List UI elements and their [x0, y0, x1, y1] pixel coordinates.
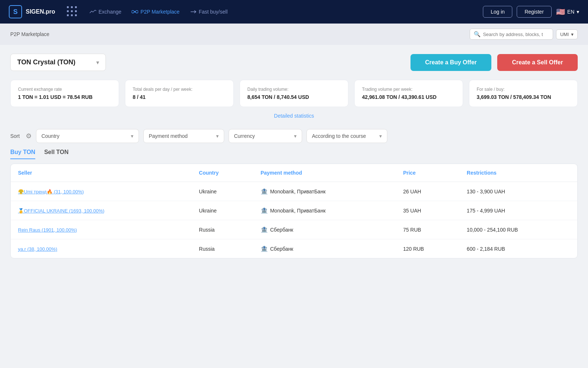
create-sell-offer-button[interactable]: Create a Sell Offer	[497, 54, 578, 71]
token-chevron-icon: ▾	[96, 60, 99, 65]
search-wrapper: 🔍 UMI ▾	[470, 29, 578, 40]
cell-price-1: 35 UAH	[396, 201, 459, 220]
stat-value-2: 8,654 TON / 8,740.54 USD	[247, 94, 341, 100]
table-row: 😤Umi тренд🔥 (31, 100.00%) Ukraine 🏦 Mono…	[11, 182, 577, 201]
stat-card-4: For sale / buy: 3,699.03 TON / 578,409.3…	[469, 80, 578, 107]
cell-seller-3: ya.r (38, 100.00%)	[11, 239, 191, 258]
cell-payment-1: 🏦 Monobank, ПриватБанк	[253, 201, 396, 220]
token-selector[interactable]: TON Crystal (TON) ▾	[10, 54, 106, 71]
cell-restrictions-1: 175 - 4,999 UAH	[459, 201, 577, 220]
cell-payment-3: 🏦 Сбербанк	[253, 239, 396, 258]
col-country: Country	[191, 164, 253, 182]
bank-icon-3: 🏦	[261, 245, 268, 252]
cell-country-3: Russia	[191, 239, 253, 258]
payment-method-filter[interactable]: Payment method ▾	[143, 129, 224, 143]
cell-restrictions-0: 130 - 3,900 UAH	[459, 182, 577, 201]
nav-actions: Log in Register 🇺🇸 EN ▾	[483, 6, 579, 18]
nav-link-exchange[interactable]: Exchange	[90, 9, 121, 15]
currency-chevron-icon: ▾	[294, 133, 297, 139]
logo[interactable]: S SIGEN.pro	[9, 5, 55, 18]
stat-value-0: 1 TON = 1.01 USD = 78.54 RUB	[18, 94, 111, 100]
seller-link-3[interactable]: ya.r (38, 100.00%)	[18, 246, 57, 252]
nav-link-p2p[interactable]: P2P Marketplace	[132, 9, 179, 15]
table-body: 😤Umi тренд🔥 (31, 100.00%) Ukraine 🏦 Mono…	[11, 182, 577, 258]
col-payment: Payment method	[253, 164, 396, 182]
search-icon: 🔍	[474, 31, 481, 37]
grid-menu-icon[interactable]	[67, 6, 78, 17]
stat-label-3: Trading volume per week:	[362, 87, 455, 92]
tabs: Buy TON Sell TON	[10, 149, 578, 159]
country-filter[interactable]: Country ▾	[36, 129, 139, 143]
cell-price-3: 120 RUB	[396, 239, 459, 258]
table-header: Seller Country Payment method Price Rest…	[11, 164, 577, 182]
stat-card-3: Trading volume per week: 42,961.08 TON /…	[354, 80, 463, 107]
stat-label-2: Daily trading volume:	[247, 87, 341, 92]
cell-seller-1: 🥇OFFICIAL UKRAINE (1693, 100.00%)	[11, 201, 191, 220]
tab-sell[interactable]: Sell TON	[44, 149, 68, 159]
course-chevron-icon: ▾	[379, 133, 382, 139]
col-seller: Seller	[11, 164, 191, 182]
course-filter[interactable]: According to the course ▾	[306, 129, 387, 143]
breadcrumb-bar: P2P Marketplace 🔍 UMI ▾	[0, 24, 588, 45]
cell-restrictions-2: 10,000 - 254,100 RUB	[459, 220, 577, 239]
cell-price-2: 75 RUB	[396, 220, 459, 239]
umi-selector[interactable]: UMI ▾	[556, 29, 578, 39]
umi-chevron-icon: ▾	[571, 32, 574, 37]
col-price: Price	[396, 164, 459, 182]
currency-filter[interactable]: Currency ▾	[229, 129, 302, 143]
detailed-stats-link[interactable]: Detailed statistics	[10, 113, 578, 119]
seller-link-0[interactable]: 😤Umi тренд🔥 (31, 100.00%)	[18, 189, 84, 194]
offers-table: Seller Country Payment method Price Rest…	[11, 164, 577, 258]
svg-point-1	[136, 10, 138, 13]
stat-value-1: 8 / 41	[133, 94, 226, 100]
nav-links: Exchange P2P Marketplace Fast buy/sell	[90, 9, 471, 15]
stat-card-2: Daily trading volume: 8,654 TON / 8,740.…	[240, 80, 348, 107]
stat-label-0: Current exchange rate	[18, 87, 111, 92]
cell-seller-2: Rein Raus (1901, 100.00%)	[11, 220, 191, 239]
settings-icon[interactable]: ⚙	[26, 132, 32, 140]
cell-seller-0: 😤Umi тренд🔥 (31, 100.00%)	[11, 182, 191, 201]
stat-value-3: 42,961.08 TON / 43,390.61 USD	[362, 94, 455, 100]
stat-card-1: Total deals per day / per week: 8 / 41	[125, 80, 234, 107]
language-selector[interactable]: 🇺🇸 EN ▾	[556, 7, 579, 16]
course-filter-label: According to the course	[312, 133, 366, 139]
cell-country-1: Ukraine	[191, 201, 253, 220]
flag-icon: 🇺🇸	[556, 7, 565, 16]
table-row: ya.r (38, 100.00%) Russia 🏦 Сбербанк 120…	[11, 239, 577, 258]
bank-icon-0: 🏦	[261, 188, 268, 195]
cell-price-0: 26 UAH	[396, 182, 459, 201]
navbar: S SIGEN.pro Exchange P2P Marketplace Fa	[0, 0, 588, 24]
bank-icon-1: 🏦	[261, 207, 268, 214]
tab-buy[interactable]: Buy TON	[10, 149, 35, 159]
logo-icon: S	[9, 5, 22, 18]
country-chevron-icon: ▾	[131, 133, 133, 139]
sort-label: Sort	[10, 133, 20, 139]
cell-restrictions-3: 600 - 2,184 RUB	[459, 239, 577, 258]
create-buy-offer-button[interactable]: Create a Buy Offer	[410, 54, 492, 71]
login-button[interactable]: Log in	[483, 6, 512, 18]
chevron-down-icon: ▾	[577, 9, 579, 15]
register-button[interactable]: Register	[517, 6, 551, 18]
breadcrumb: P2P Marketplace	[10, 31, 49, 37]
stat-label-1: Total deals per day / per week:	[133, 87, 226, 92]
table-row: 🥇OFFICIAL UKRAINE (1693, 100.00%) Ukrain…	[11, 201, 577, 220]
token-value: TON Crystal (TON)	[17, 58, 75, 66]
search-input-wrap[interactable]: 🔍	[470, 29, 553, 40]
stat-label-4: For sale / buy:	[477, 87, 570, 92]
cell-payment-2: 🏦 Сбербанк	[253, 220, 396, 239]
country-filter-label: Country	[42, 133, 60, 139]
svg-point-0	[132, 10, 134, 13]
nav-link-fast[interactable]: Fast buy/sell	[190, 9, 228, 15]
seller-link-1[interactable]: 🥇OFFICIAL UKRAINE (1693, 100.00%)	[18, 208, 104, 214]
search-input[interactable]	[483, 32, 549, 37]
main-content: TON Crystal (TON) ▾ Create a Buy Offer C…	[0, 45, 588, 267]
sort-row: Sort ⚙ Country ▾ Payment method ▾ Curren…	[10, 129, 578, 143]
stat-value-4: 3,699.03 TON / 578,409.34 TON	[477, 94, 570, 100]
stat-card-0: Current exchange rate 1 TON = 1.01 USD =…	[10, 80, 119, 107]
payment-chevron-icon: ▾	[216, 133, 219, 139]
seller-link-2[interactable]: Rein Raus (1901, 100.00%)	[18, 227, 77, 233]
logo-text: SIGEN.pro	[26, 8, 55, 15]
payment-filter-label: Payment method	[149, 133, 188, 139]
col-restrictions: Restrictions	[459, 164, 577, 182]
cell-payment-0: 🏦 Monobank, ПриватБанк	[253, 182, 396, 201]
